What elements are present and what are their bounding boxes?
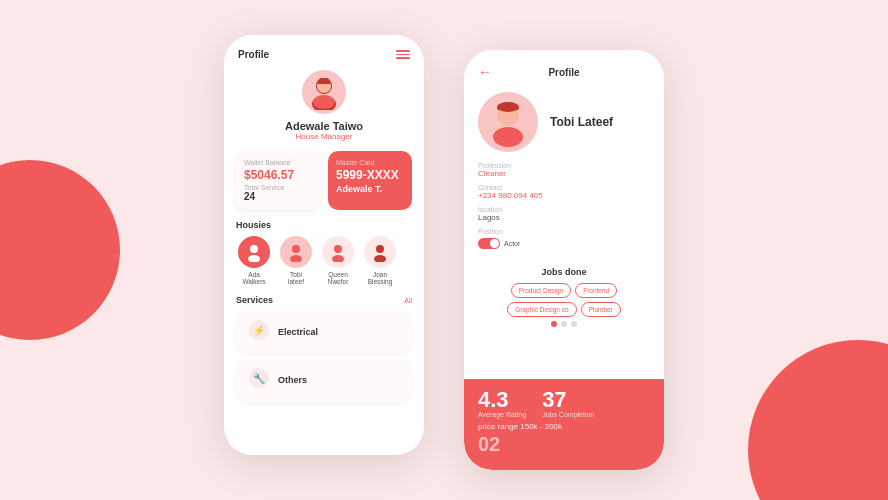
job-tag-1: Product Design — [511, 283, 571, 298]
jobs-label: Jobs Completion — [542, 411, 594, 418]
price-range-label: price range — [478, 422, 518, 431]
services-list: ⚡ Electrical 🔧 Others — [224, 311, 424, 401]
svg-point-12 — [376, 245, 384, 253]
rating-value: 4.3 — [478, 389, 526, 411]
position-toggle[interactable]: Actor — [478, 238, 520, 249]
jobs-value: 37 — [542, 389, 594, 411]
p2-bottom-section: 4.3 Average Rating 37 Jobs Completion pr… — [464, 379, 664, 470]
p1-mastercard-card: Master Card 5999-XXXX Adewale T. — [328, 151, 412, 210]
housie-name-1: AdaWalkers — [242, 271, 265, 285]
p2-title: Profile — [548, 67, 579, 78]
carousel-dots — [478, 321, 650, 327]
back-icon[interactable]: ← — [478, 64, 492, 80]
phone-2: ← Profile Tobi Lateef Professio — [464, 50, 664, 470]
job-tag-2: Frontend — [575, 283, 617, 298]
svg-text:⚡: ⚡ — [253, 324, 266, 337]
card-number: 5999-XXXX — [336, 168, 404, 182]
location-value: Lagos — [478, 213, 650, 222]
card-label: Master Card — [336, 159, 404, 166]
dot-1 — [551, 321, 557, 327]
card-holder: Adewale T. — [336, 184, 404, 194]
rating-label: Average Rating — [478, 411, 526, 418]
p1-title: Profile — [238, 49, 269, 60]
location-label: location — [478, 206, 650, 213]
p2-header: ← Profile — [464, 50, 664, 86]
housie-avatar-4 — [364, 236, 396, 268]
services-all-link[interactable]: All — [404, 297, 412, 304]
location-row: location Lagos — [478, 206, 650, 222]
svg-rect-21 — [497, 106, 519, 110]
p1-cards-row: Wallet Balance $5046.57 Total Service 24… — [224, 151, 424, 220]
menu-icon[interactable] — [396, 50, 410, 59]
housie-avatar-3 — [322, 236, 354, 268]
p2-user-name: Tobi Lateef — [550, 115, 613, 129]
housie-avatar-1 — [238, 236, 270, 268]
services-header: Services All — [224, 295, 424, 311]
p1-user-role: House Manager — [296, 132, 353, 141]
svg-point-7 — [248, 255, 260, 262]
svg-point-6 — [250, 245, 258, 253]
p1-avatar — [302, 70, 346, 114]
job-tag-4: Plumber — [581, 302, 621, 317]
position-label: Position — [478, 228, 650, 235]
service-label: Total Service — [244, 184, 312, 191]
housie-item: JoanBlessing — [362, 236, 398, 285]
price-range: price range 150k - 200k — [478, 422, 650, 431]
toggle-label: Actor — [504, 240, 520, 247]
service-value: 24 — [244, 191, 312, 202]
housie-item: QueenNwofor — [320, 236, 356, 285]
stats-row: 4.3 Average Rating 37 Jobs Completion — [478, 389, 650, 418]
svg-point-19 — [493, 127, 523, 147]
housie-name-4: JoanBlessing — [368, 271, 393, 285]
wallet-value: $5046.57 — [244, 168, 312, 182]
p2-profile-section: Tobi Lateef — [464, 86, 664, 162]
housies-label: Housies — [236, 220, 271, 230]
p1-header: Profile — [224, 35, 424, 66]
svg-point-3 — [313, 95, 335, 109]
service-electrical[interactable]: ⚡ Electrical — [236, 311, 412, 353]
contact-row: Contact +234 980 094 405 — [478, 184, 650, 200]
p2-avatar — [478, 92, 538, 152]
profession-value: Cleaner — [478, 169, 650, 178]
p1-user-name: Adewale Taiwo — [285, 120, 363, 132]
others-icon: 🔧 — [248, 367, 270, 393]
rating-stat: 4.3 Average Rating — [478, 389, 526, 418]
jobs-stat: 37 Jobs Completion — [542, 389, 594, 418]
job-tag-3: Graphic Design co — [507, 302, 576, 317]
svg-point-13 — [374, 255, 386, 262]
p2-info: Profession Cleaner Contact +234 980 094 … — [464, 162, 664, 267]
housie-item: Tobilateef — [278, 236, 314, 285]
svg-point-10 — [334, 245, 342, 253]
svg-text:🔧: 🔧 — [253, 372, 266, 385]
housies-header: Housies — [224, 220, 424, 236]
housie-name-2: Tobilateef — [288, 271, 304, 285]
toggle-switch[interactable] — [478, 238, 500, 249]
jobs-done-label: Jobs done — [478, 267, 650, 277]
svg-rect-5 — [319, 78, 329, 83]
p1-profile-section: Adewale Taiwo House Manager — [224, 66, 424, 151]
housie-avatar-2 — [280, 236, 312, 268]
svg-point-11 — [332, 255, 344, 262]
bottom-number: 02 — [478, 433, 650, 456]
phones-container: Profile Adewale Taiwo House Manager — [0, 0, 888, 500]
job-tags: Product Design Frontend Graphic Design c… — [478, 283, 650, 317]
services-label: Services — [236, 295, 273, 305]
service-others[interactable]: 🔧 Others — [236, 359, 412, 401]
housie-item: AdaWalkers — [236, 236, 272, 285]
p2-jobs-section: Jobs done Product Design Frontend Graphi… — [464, 267, 664, 335]
wallet-label: Wallet Balance — [244, 159, 312, 166]
dot-2 — [561, 321, 567, 327]
dot-3 — [571, 321, 577, 327]
svg-point-8 — [292, 245, 300, 253]
electrical-label: Electrical — [278, 327, 318, 337]
contact-label: Contact — [478, 184, 650, 191]
electrical-icon: ⚡ — [248, 319, 270, 345]
price-range-value: 150k - 200k — [520, 422, 562, 431]
housies-list: AdaWalkers Tobilateef QueenNwofor JoanBl… — [224, 236, 424, 295]
phone-1: Profile Adewale Taiwo House Manager — [224, 35, 424, 455]
housie-name-3: QueenNwofor — [328, 271, 349, 285]
position-row: Position Actor — [478, 228, 650, 253]
profession-label: Profession — [478, 162, 650, 169]
profession-row: Profession Cleaner — [478, 162, 650, 178]
others-label: Others — [278, 375, 307, 385]
